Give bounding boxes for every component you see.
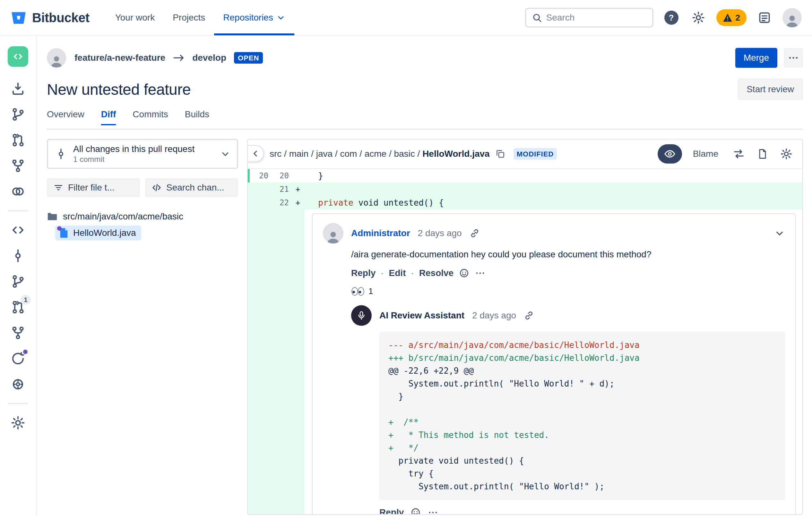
diff-gutter-continuation xyxy=(248,210,304,515)
tree-file-selected[interactable]: HelloWorld.java xyxy=(55,225,141,240)
file-status-badge: MODIFIED xyxy=(514,148,557,160)
navbar-right: ? 2 xyxy=(525,0,802,35)
diff-line-added[interactable]: 21 + xyxy=(248,183,802,196)
code-icon xyxy=(151,183,162,193)
repo-settings-gear-icon[interactable] xyxy=(10,415,26,431)
tree-folder[interactable]: src/main/java/com/acme/basic xyxy=(47,211,238,222)
permalink-icon[interactable] xyxy=(524,310,534,321)
search-changes-label: Search chan... xyxy=(166,183,224,193)
changes-scope-dropdown[interactable]: All changes in this pull request 1 commi… xyxy=(47,139,238,169)
nav-repositories[interactable]: Repositories xyxy=(214,0,294,35)
comment-author[interactable]: Administrator xyxy=(351,228,410,238)
nav-your-work[interactable]: Your work xyxy=(106,0,164,35)
diff-view-switch-icon[interactable] xyxy=(729,144,749,164)
target-branch[interactable]: develop xyxy=(192,53,226,63)
feedback-button[interactable] xyxy=(755,9,774,27)
warning-count: 2 xyxy=(735,13,740,23)
copy-path-icon[interactable] xyxy=(495,148,506,159)
warnings-badge[interactable]: 2 xyxy=(716,9,747,26)
pr-tabs: Overview Diff Commits Builds xyxy=(47,109,803,125)
reply-action[interactable]: Reply xyxy=(351,268,376,278)
reply-action[interactable]: Reply xyxy=(379,507,404,515)
snippet-line: + /** xyxy=(388,416,776,429)
pr-status-badge: OPEN xyxy=(234,52,263,64)
merge-button[interactable]: Merge xyxy=(735,48,777,68)
diff-comment-region: Administrator 2 days ago /aira generate-… xyxy=(248,210,802,515)
edit-action[interactable]: Edit xyxy=(389,268,406,278)
pr-author-avatar[interactable] xyxy=(47,48,66,67)
help-button[interactable]: ? xyxy=(662,9,680,27)
file-tree: src/main/java/com/acme/basic HelloWorld.… xyxy=(47,211,238,241)
create-branch-icon[interactable] xyxy=(10,107,26,122)
settings-button[interactable] xyxy=(689,9,707,27)
start-review-button[interactable]: Start review xyxy=(737,78,803,100)
reaction-count: 1 xyxy=(369,286,373,296)
forks-icon[interactable] xyxy=(10,325,26,341)
snippet-line: --- a/src/main/java/com/acme/basic/Hello… xyxy=(388,338,776,352)
comment-more-icon[interactable] xyxy=(428,507,438,515)
tab-overview[interactable]: Overview xyxy=(47,109,84,125)
snippet-line: } xyxy=(388,390,776,403)
search-input[interactable] xyxy=(546,12,662,23)
pipeline-runs-icon[interactable] xyxy=(10,351,26,366)
clone-icon[interactable] xyxy=(10,81,26,97)
snippet-line: @@ -22,6 +22,9 @@ xyxy=(388,364,776,377)
ai-assistant-avatar[interactable] xyxy=(351,305,372,326)
tab-diff[interactable]: Diff xyxy=(101,109,116,125)
branches-icon[interactable] xyxy=(10,274,26,289)
deployments-icon[interactable] xyxy=(10,377,26,392)
resolve-action[interactable]: Resolve xyxy=(419,268,454,278)
diff-code-view: 20 20 } 21 + 22 + private void untested(… xyxy=(248,168,802,513)
source-branch[interactable]: feature/a-new-feature xyxy=(75,53,165,63)
arrow-right-icon xyxy=(173,53,184,62)
inline-comment-container: Administrator 2 days ago /aira generate-… xyxy=(304,210,802,515)
comment-header: AI Review Assistant 2 days ago xyxy=(351,305,785,326)
eyes-reaction-chip[interactable]: 1 xyxy=(351,286,785,296)
file-name: HelloWorld.java xyxy=(73,228,136,238)
pipelines-icon[interactable] xyxy=(10,184,26,199)
comment-author[interactable]: AI Review Assistant xyxy=(379,310,464,321)
diff-settings-gear-icon[interactable] xyxy=(777,144,796,164)
user-avatar[interactable] xyxy=(782,8,802,27)
add-reaction-icon[interactable] xyxy=(459,268,469,278)
diff-content-area: All changes in this pull request 1 commi… xyxy=(47,139,803,515)
chevron-down-icon xyxy=(220,149,230,159)
tab-builds[interactable]: Builds xyxy=(185,109,209,125)
collapse-comment-chevron-icon[interactable] xyxy=(774,228,785,239)
global-search[interactable] xyxy=(525,8,654,28)
snippet-line: + * This method is not tested. xyxy=(388,429,776,441)
brand-name: Bitbucket xyxy=(32,10,90,25)
filter-files-button[interactable]: Filter file t... xyxy=(47,178,140,197)
snippet-line: + */ xyxy=(388,441,776,454)
commenter-avatar[interactable] xyxy=(323,223,343,244)
source-icon[interactable] xyxy=(10,222,26,238)
watch-file-button[interactable] xyxy=(658,144,682,164)
pull-requests-icon[interactable]: 1 xyxy=(10,299,26,315)
fork-icon[interactable] xyxy=(10,158,26,173)
diff-left-panel: All changes in this pull request 1 commi… xyxy=(47,139,238,241)
tabs-divider xyxy=(47,129,803,130)
pr-header: feature/a-new-feature develop OPEN Merge xyxy=(47,46,803,70)
tab-commits[interactable]: Commits xyxy=(133,109,168,125)
pull-requests-count-badge: 1 xyxy=(21,295,31,305)
folder-icon xyxy=(47,212,58,221)
permalink-icon[interactable] xyxy=(469,228,480,238)
diff-line-added[interactable]: 22 + private void untested() { xyxy=(248,196,802,210)
pr-header-actions: Merge xyxy=(735,48,803,68)
file-contents-icon[interactable] xyxy=(753,144,772,164)
create-pull-request-icon[interactable] xyxy=(10,132,26,148)
comment-more-icon[interactable] xyxy=(475,268,486,278)
commits-icon[interactable] xyxy=(10,248,26,264)
repo-avatar[interactable] xyxy=(8,46,28,67)
collapse-panel-button[interactable] xyxy=(247,145,264,162)
search-changes-button[interactable]: Search chan... xyxy=(145,178,238,197)
add-reaction-icon[interactable] xyxy=(410,507,421,515)
bitbucket-home-link[interactable]: Bitbucket xyxy=(10,0,90,35)
commits-icon xyxy=(55,147,67,160)
blame-button[interactable]: Blame xyxy=(687,145,725,163)
nav-projects[interactable]: Projects xyxy=(164,0,214,35)
snippet-line: +++ b/src/main/java/com/acme/basic/Hello… xyxy=(388,352,776,364)
more-options-button[interactable] xyxy=(784,48,803,67)
diff-line[interactable]: 20 20 } xyxy=(248,169,802,183)
line-code: private void untested() { xyxy=(304,198,802,208)
